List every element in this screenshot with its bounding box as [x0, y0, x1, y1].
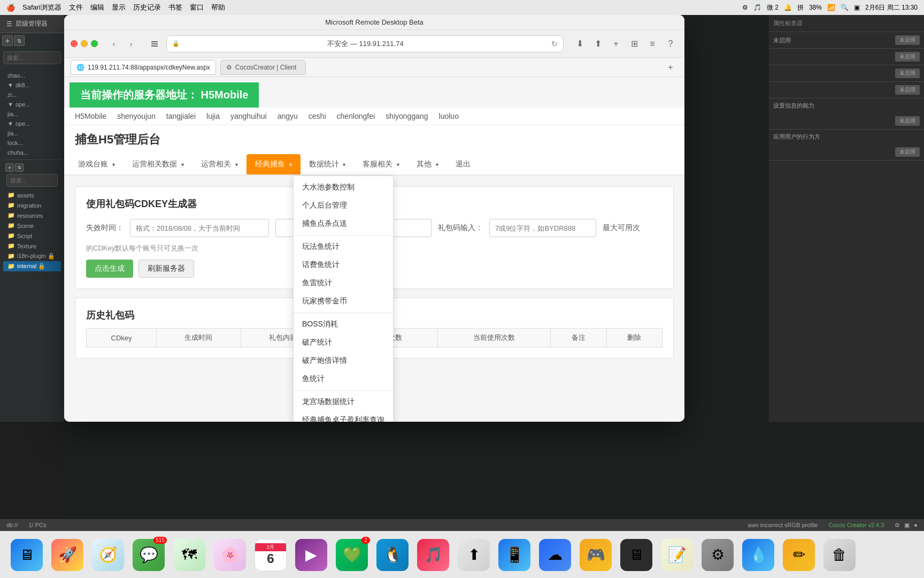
dropdown-item-bankrupt-stats[interactable]: 破产统计 [294, 333, 393, 352]
history-menu[interactable]: 历史记录 [133, 3, 161, 12]
minimize-button[interactable] [81, 40, 88, 47]
assets-add-btn[interactable]: + [5, 163, 14, 172]
status-icon-c[interactable]: ● [914, 522, 918, 529]
view-menu[interactable]: 显示 [112, 3, 126, 12]
tree-item-assets[interactable]: 📁assets [3, 190, 61, 200]
dropdown-item-fish-profit[interactable]: 经典捕鱼桌子盈利率查询 [294, 411, 393, 422]
edit-menu[interactable]: 编辑 [90, 3, 104, 12]
dropdown-item-bankrupt-detail[interactable]: 破产炮倍详情 [294, 352, 393, 370]
dock-calendar[interactable]: 2月 6 [255, 539, 287, 571]
sidebar-button[interactable]: ≡ [645, 36, 660, 51]
dock-qq[interactable]: 🐧 [376, 539, 409, 571]
apple-menu[interactable]: 🍎 [6, 4, 15, 12]
tab-2[interactable]: ⚙ CocosCreator | Client [220, 60, 306, 75]
user-lujia[interactable]: lujia [206, 112, 220, 120]
dock-notes[interactable]: 📝 [661, 539, 693, 571]
user-angyu[interactable]: angyu [278, 112, 298, 120]
tree-item[interactable]: ▼ope... [3, 119, 61, 128]
dropdown-item-gameplay-stats[interactable]: 玩法鱼统计 [294, 238, 393, 256]
dropdown-item-fish-stats[interactable]: 鱼统计 [294, 370, 393, 388]
close-button[interactable] [71, 40, 78, 47]
refresh-button[interactable]: ↻ [551, 40, 558, 48]
status-icon-a[interactable]: ⚙ [895, 522, 900, 529]
tree-item-internal[interactable]: 📁internal 🔒 [3, 261, 61, 271]
download-button[interactable]: ⬇ [572, 36, 587, 51]
apply-btn-2[interactable]: 未启用 [895, 52, 920, 62]
tree-item[interactable]: ▼dk8... [3, 80, 61, 90]
tree-item[interactable]: zi... [3, 90, 61, 100]
apply-btn-1[interactable]: 未启用 [895, 35, 920, 45]
nav-other[interactable]: 其他 ▾ [408, 154, 447, 174]
new-tab-button[interactable]: + [609, 36, 623, 51]
hierarchy-search[interactable] [3, 51, 61, 64]
dropdown-item-player-gold[interactable]: 玩家携带金币 [294, 292, 393, 310]
user-shiyonggang[interactable]: shiyonggang [386, 112, 428, 120]
dropdown-item-phone-stats[interactable]: 话费鱼统计 [294, 256, 393, 274]
tree-item[interactable]: lock... [3, 138, 61, 148]
nav-operations-data[interactable]: 运营相关数据 ▾ [124, 154, 192, 174]
tree-item[interactable]: jia... [3, 109, 61, 119]
dock-ink[interactable]: 💧 [742, 539, 774, 571]
dock-podcast[interactable]: ▶ [295, 539, 327, 571]
tree-item[interactable]: chuha... [3, 148, 61, 157]
assets-search[interactable] [6, 174, 58, 187]
user-tangjialei[interactable]: tangjialei [166, 112, 196, 120]
window-menu[interactable]: 窗口 [190, 3, 204, 12]
dropdown-item-torpedo-stats[interactable]: 鱼雷统计 [294, 274, 393, 292]
apply-btn-5[interactable]: 未启用 [895, 116, 920, 126]
tree-item[interactable]: jia... [3, 128, 61, 138]
tab-1[interactable]: 🌐 119.91.211.74:88/appaspx/cdkeyNew.aspx [71, 60, 216, 75]
nav-classic-fish[interactable]: 经典捕鱼 ▾ [247, 154, 301, 174]
apply-btn-3[interactable]: 未启用 [895, 69, 920, 78]
tree-item-texture[interactable]: 📁Texture [3, 241, 61, 251]
tabs-button[interactable]: ⊞ [627, 36, 642, 51]
apply-btn-4[interactable]: 未启用 [895, 85, 920, 95]
search-icon[interactable]: 🔍 [841, 4, 849, 11]
nav-operations[interactable]: 运营相关 ▾ [192, 154, 247, 174]
user-h5mobile[interactable]: H5Mobile [75, 112, 106, 120]
dock-trash[interactable]: 🗑 [823, 539, 856, 571]
maximize-button[interactable] [91, 40, 98, 47]
nav-data-stats[interactable]: 数据统计 ▾ [301, 154, 355, 174]
assets-sort-btn[interactable]: ⇅ [15, 163, 24, 172]
forward-button[interactable]: › [124, 36, 138, 51]
tree-item-i18n[interactable]: 📁i18n-plugin 🔒 [3, 251, 61, 261]
dock-maps[interactable]: 🗺 [173, 539, 205, 571]
tree-item-resources[interactable]: 📁resources [3, 210, 61, 220]
safari-menu[interactable]: Safari浏览器 [22, 3, 61, 12]
user-shenyoujun[interactable]: shenyoujun [117, 112, 156, 120]
dock-remote-desktop[interactable]: 🖥 [620, 539, 652, 571]
add-node-btn[interactable]: + [2, 35, 13, 46]
tree-item[interactable]: ▼ope... [3, 100, 61, 109]
dock-game[interactable]: 🎮 [580, 539, 612, 571]
address-bar[interactable]: 🔒 不安全 — 119.91.211.74 ↻ [166, 35, 564, 52]
dock-messages[interactable]: 💬 515 [133, 539, 165, 571]
tree-item-script[interactable]: 📁Script [3, 231, 61, 241]
expire-input[interactable] [130, 219, 269, 237]
gift-code-input[interactable] [489, 219, 596, 237]
dock-wechat[interactable]: 💚 2 [336, 539, 368, 571]
tree-item-migration[interactable]: 📁migration [3, 200, 61, 210]
user-ceshi[interactable]: ceshi [309, 112, 326, 120]
dock-pages[interactable]: ✏ [783, 539, 815, 571]
status-icon-b[interactable]: ▣ [904, 522, 910, 529]
sidebar-toggle[interactable] [147, 36, 162, 51]
dock-appstore[interactable]: 📱 [498, 539, 530, 571]
user-chenlongfei[interactable]: chenlongfei [337, 112, 375, 120]
share-button[interactable]: ⬆ [590, 36, 605, 51]
apply-btn-6[interactable]: 未启用 [895, 147, 920, 157]
dropdown-item-pool-control[interactable]: 大水池参数控制 [294, 178, 393, 196]
dropdown-item-fish-kill[interactable]: 捕鱼点杀点送 [294, 215, 393, 233]
dock-preferences[interactable]: ⚙ [702, 539, 734, 571]
file-menu[interactable]: 文件 [69, 3, 83, 12]
user-luoluo[interactable]: luoluo [439, 112, 459, 120]
sort-btn[interactable]: ⇅ [14, 35, 25, 46]
dock-git[interactable]: ⬆ [458, 539, 490, 571]
bookmarks-menu[interactable]: 书签 [168, 3, 182, 12]
help-menu[interactable]: 帮助 [211, 3, 225, 12]
user-yanghuihui[interactable]: yanghuihui [230, 112, 267, 120]
tree-item-scene[interactable]: 📁Scene [3, 220, 61, 231]
dock-baidu[interactable]: ☁ [539, 539, 571, 571]
dock-finder[interactable]: 🖥 [11, 539, 43, 571]
back-button[interactable]: ‹ [106, 36, 121, 51]
